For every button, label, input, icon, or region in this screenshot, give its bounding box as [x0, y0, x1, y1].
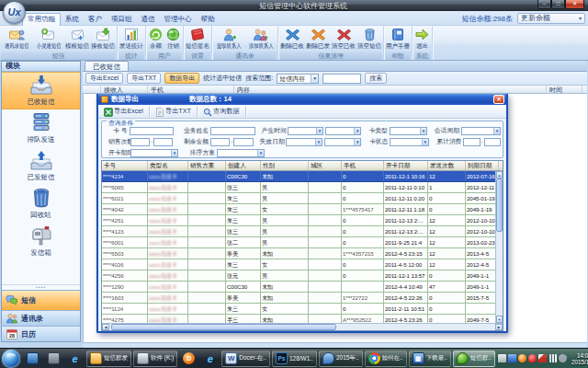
table-column-header[interactable]: 创建人 [226, 161, 261, 170]
sidebar-item-recycle-bin[interactable]: 回收站 [2, 185, 80, 223]
horizontal-scrollbar[interactable]: ◀▶ [102, 323, 503, 330]
taskbar-window-folder[interactable]: 短信群发 [86, 351, 131, 367]
expire-date-range-from[interactable]: ▼ [286, 138, 322, 146]
taskbar-icon-desktop[interactable] [23, 351, 42, 367]
ribbon-tab-4[interactable]: 项目组 [107, 13, 137, 26]
close-button[interactable]: ✕ [565, 0, 584, 9]
ribbon-tab-3[interactable]: 客户 [84, 13, 107, 26]
open-term-select[interactable]: ▼ [130, 149, 178, 157]
contacts-sms-button[interactable]: 通讯录短信 [1, 27, 33, 51]
add-contact-button[interactable]: 添加联系人 [245, 27, 277, 51]
business-name-field[interactable] [210, 127, 255, 135]
nav-calendar-button[interactable]: 28日历 [2, 326, 80, 341]
ribbon-tab-1[interactable]: 常用功能 [22, 13, 61, 26]
clear-received-button[interactable]: 清空已收 [331, 27, 356, 51]
sale-count-range-max[interactable] [153, 138, 173, 146]
maximize-button[interactable]: □ [551, 0, 565, 9]
app-logo-icon[interactable]: Ux [3, 1, 26, 24]
remain-amount-range-min[interactable] [210, 138, 230, 146]
taskbar-window-drive[interactable]: 软件 (K:) [133, 351, 177, 367]
send-stats-button[interactable]: 发送统计 [119, 27, 144, 51]
tray-status-icon[interactable] [559, 354, 567, 362]
taskbar-icon-media-player[interactable] [44, 351, 63, 367]
tab-received-sms[interactable]: 已收短信 [85, 61, 129, 71]
table-column-header[interactable]: 类型名 [148, 161, 188, 170]
tray-network-icon[interactable] [548, 354, 557, 362]
nav-contacts-button[interactable]: 通讯录 [2, 310, 80, 326]
table-row[interactable]: ****4234coco充值卡C00C30未知02011-12-1 10:161… [102, 171, 503, 182]
table-row[interactable]: ****6021coco充值卡朱三男02011-12-11 0:2002045-… [102, 193, 503, 204]
table-column-header[interactable]: 开卡日期 [384, 161, 428, 170]
taskbar-window-word[interactable]: WDocer-在.. [221, 351, 270, 367]
table-row[interactable]: ****4251coco充值卡朱三男02011-12-13 2:...12201… [102, 215, 503, 226]
table-column-header[interactable]: 城区 [309, 161, 342, 170]
table-row[interactable]: ****4256coco充值卡张元男02011-12-1 13:5702049-… [102, 270, 503, 282]
ribbon-tab-2[interactable]: 系统 [61, 13, 84, 26]
total-spend-range-min[interactable] [463, 138, 480, 146]
app-titlebar[interactable]: 短信管理中心软件管理系统 – □ ✕ [0, 0, 588, 11]
sidebar-item-queue-send[interactable]: 排队发送 [2, 109, 80, 147]
scroll-left-arrow[interactable]: ◀ [102, 324, 109, 330]
tray-bird-icon[interactable] [518, 354, 526, 362]
table-column-header[interactable]: 卡号 [102, 161, 148, 170]
table-column-header[interactable]: 发送次数 [428, 161, 466, 170]
tray-mail-icon[interactable] [498, 354, 506, 362]
create-time-range-to[interactable]: ▼ [325, 127, 361, 135]
session-cycle-select[interactable]: ▼ [461, 127, 501, 135]
table-row[interactable]: ****1124coco充值卡朱三女02011-2-11 10:510 [102, 304, 503, 315]
table-row[interactable]: ****4123coco充值卡张三男02011-12-13 2:...12201… [102, 226, 503, 237]
table-row[interactable]: ****4026coco充值卡朱三女02011-4-5 12:00122012-… [102, 259, 503, 270]
minimize-button[interactable]: – [537, 0, 551, 9]
expire-date-range-to[interactable]: ▼ [324, 138, 361, 146]
nav-sms-button[interactable]: 短信 [2, 290, 80, 310]
table-column-header[interactable]: 手机 [342, 161, 384, 170]
table-column-header[interactable]: 到期日期 [466, 161, 499, 170]
template-sms-button[interactable]: 模板短信 [64, 27, 90, 51]
table-column-header[interactable]: 性别 [261, 161, 309, 170]
tray-qq-icon[interactable] [528, 354, 537, 362]
vertical-scrollbar[interactable]: ▲▼ [495, 171, 503, 323]
tray-volume-icon[interactable] [538, 354, 547, 362]
export-excel-button[interactable]: 导出Excel [85, 73, 123, 84]
scrollbar-thumb[interactable] [496, 178, 503, 232]
taskbar-window-chrome[interactable]: 如何在.. [365, 351, 407, 367]
logout-button[interactable]: 注销 [164, 27, 182, 51]
taskbar-window-sms-app[interactable]: 短信群.. [453, 351, 495, 367]
dialog-query-button[interactable]: 查询数据 [199, 106, 243, 118]
delete-received-button[interactable]: 删除已收 [279, 27, 305, 51]
dialog-titlebar[interactable]: 数据导出数据总数：14✕ [98, 94, 506, 105]
scroll-down-arrow[interactable]: ▼ [496, 316, 503, 323]
stat-selected-label[interactable]: 统计选中短信 [203, 74, 242, 83]
sidebar-item-sent-sms[interactable]: 已发短信 [2, 147, 80, 185]
sidebar-item-outbox[interactable]: 发信箱 [2, 223, 80, 260]
search-scope-select[interactable]: 短信内容 ▼ [277, 74, 319, 84]
user-manual-button[interactable]: 用户手册 [385, 27, 411, 51]
dialog-close-button[interactable]: ✕ [493, 95, 504, 104]
table-row[interactable]: ****6503coco充值卡事美未知1***43572152012-4-5 2… [102, 248, 503, 259]
card-status-select[interactable]: ▼ [390, 138, 428, 146]
dialog-export-txt-button[interactable]: 导出TXT [152, 106, 195, 118]
sale-count-range-min[interactable] [130, 138, 150, 146]
extract-contacts-button[interactable]: 提取联系人 [213, 27, 245, 51]
scrollbar-thumb[interactable] [111, 324, 336, 330]
start-button[interactable] [2, 350, 20, 368]
table-row[interactable]: ****6001coco充值卡张二男02011-9-25 21:4122013-… [102, 237, 503, 248]
table-row[interactable]: ****1290coco充值卡C00C30未知2012-4-4 10:49472… [102, 282, 503, 293]
export-txt-button[interactable]: 导出TXT [127, 73, 161, 84]
sort-plan-select[interactable]: ▼ [217, 149, 265, 157]
total-spend-range-max[interactable] [484, 138, 501, 146]
taskbar-window-chat[interactable]: 2015年.. [319, 351, 363, 367]
taskbar-window-download[interactable]: ▦下载最.. [409, 351, 451, 367]
taskbar-icon-downloader[interactable]: D [179, 351, 198, 367]
receive-sms-button[interactable]: 接收短信 [90, 27, 116, 51]
phs-sms-button[interactable]: 小灵通短信 [33, 27, 65, 51]
tray-messenger-icon[interactable] [508, 354, 516, 362]
taskbar-clock[interactable]: 14:022015/1/27 [569, 352, 588, 365]
taskbar-window-photoshop[interactable]: Ps128/W1.. [272, 351, 317, 367]
create-time-range-from[interactable]: ▼ [288, 127, 323, 135]
sidebar-item-received-sms[interactable]: 已收短信 [2, 72, 80, 109]
table-row[interactable]: ****4275coco充值卡手三未知A***9525222012-4-5 23… [102, 315, 503, 323]
sms-signature-button[interactable]: 短信签名 [185, 27, 210, 51]
search-input[interactable] [322, 74, 361, 84]
table-row[interactable]: ****4042coco充值卡朱三女1***45754172011-12-11 … [102, 204, 503, 215]
